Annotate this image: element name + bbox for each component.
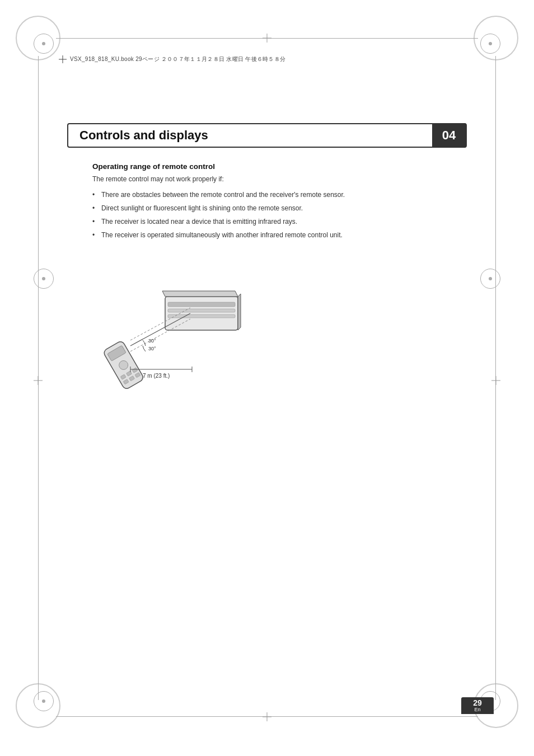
svg-text:30°: 30° [148, 346, 156, 351]
list-item: The receiver is operated simultaneously … [92, 230, 442, 240]
header-crosshair-icon [59, 55, 67, 63]
remote-range-diagram: 30° 30° 7 m (23 ft.) [92, 274, 271, 392]
mid-cross-left [34, 376, 43, 385]
header-bar: VSX_918_818_KU.book 29ページ ２００７年１１月２８日 水曜… [59, 53, 475, 65]
reg-mark-tl [34, 34, 54, 54]
mid-cross-bottom [263, 712, 271, 721]
list-item: Direct sunlight or fluorescent light is … [92, 203, 442, 213]
intro-text: The remote control may not work properly… [92, 174, 442, 184]
chapter-number: 04 [442, 128, 456, 143]
content-area: Operating range of remote control The re… [92, 162, 442, 251]
diagram-area: 30° 30° 7 m (23 ft.) [92, 274, 271, 392]
list-item: There are obstacles between the remote c… [92, 190, 442, 200]
svg-rect-2 [168, 309, 235, 312]
svg-rect-0 [165, 297, 238, 330]
page-lang: En [474, 707, 480, 712]
section-title: Controls and displays [68, 128, 432, 143]
svg-marker-5 [238, 294, 241, 330]
svg-text:30°: 30° [148, 338, 156, 344]
reg-mark-tr [480, 34, 500, 54]
svg-text:7 m (23 ft.): 7 m (23 ft.) [143, 373, 170, 379]
reg-mark-ml [34, 269, 54, 289]
section-title-bar: Controls and displays 04 [67, 123, 467, 148]
list-item: The receiver is located near a device th… [92, 217, 442, 227]
svg-marker-4 [162, 291, 238, 297]
mid-cross-right [491, 376, 500, 385]
reg-mark-mr [480, 269, 500, 289]
header-text: VSX_918_818_KU.book 29ページ ２００７年１１月２８日 水曜… [70, 55, 285, 63]
chapter-number-box: 04 [432, 123, 466, 148]
page: VSX_918_818_KU.book 29ページ ２００７年１１月２８日 水曜… [0, 0, 534, 756]
page-number: 29 [473, 699, 482, 707]
page-number-box: 29 En [461, 697, 494, 714]
svg-rect-3 [168, 314, 235, 318]
bullet-list: There are obstacles between the remote c… [92, 190, 442, 240]
reg-mark-bl [34, 691, 54, 711]
mid-cross-top [263, 34, 271, 43]
subsection-title: Operating range of remote control [92, 162, 442, 171]
svg-rect-1 [168, 302, 235, 307]
